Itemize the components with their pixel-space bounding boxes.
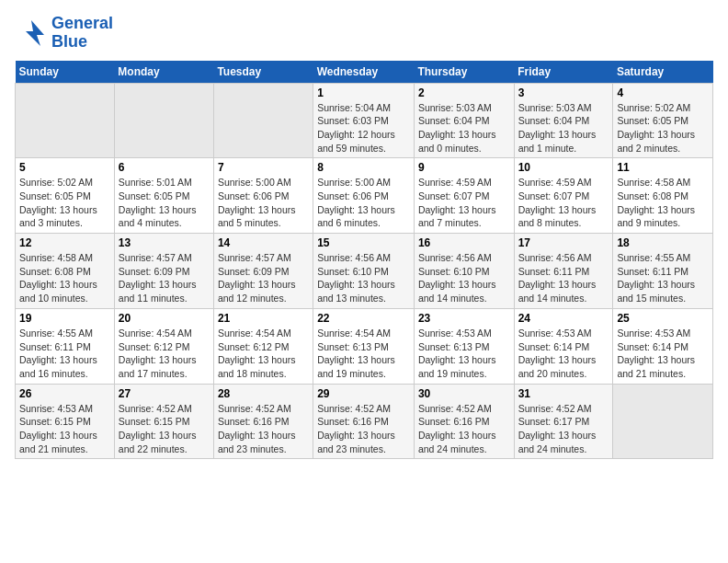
daylight-label: Daylight: 13 hours and 7 minutes. (418, 204, 496, 229)
sunset-label: Sunset: 6:16 PM (418, 416, 490, 427)
daylight-label: Daylight: 13 hours and 12 minutes. (218, 279, 296, 304)
week-row-2: 5 Sunrise: 5:02 AM Sunset: 6:05 PM Dayli… (16, 158, 713, 234)
calendar-cell: 16 Sunrise: 4:56 AM Sunset: 6:10 PM Dayl… (414, 234, 514, 309)
sunset-label: Sunset: 6:08 PM (19, 266, 91, 277)
weekday-header-thursday: Thursday (414, 61, 514, 84)
day-number: 5 (19, 161, 110, 174)
day-info: Sunrise: 4:56 AM Sunset: 6:11 PM Dayligh… (518, 251, 609, 305)
sunset-label: Sunset: 6:04 PM (518, 115, 590, 126)
sunrise-label: Sunrise: 4:52 AM (518, 403, 592, 414)
sunset-label: Sunset: 6:17 PM (518, 416, 590, 427)
day-number: 30 (418, 387, 510, 400)
daylight-label: Daylight: 13 hours and 4 minutes. (119, 204, 197, 229)
daylight-label: Daylight: 13 hours and 22 minutes. (119, 430, 197, 454)
sunset-label: Sunset: 6:10 PM (418, 266, 490, 277)
day-info: Sunrise: 4:57 AM Sunset: 6:09 PM Dayligh… (119, 251, 210, 305)
sunrise-label: Sunrise: 4:59 AM (518, 177, 592, 188)
sunset-label: Sunset: 6:13 PM (317, 341, 389, 352)
sunrise-label: Sunrise: 5:03 AM (518, 102, 592, 113)
sunrise-label: Sunrise: 4:57 AM (218, 252, 291, 263)
sunrise-label: Sunrise: 4:56 AM (518, 252, 592, 263)
day-number: 12 (19, 236, 110, 249)
sunrise-label: Sunrise: 4:52 AM (418, 403, 492, 414)
calendar-cell: 15 Sunrise: 4:56 AM Sunset: 6:10 PM Dayl… (313, 234, 415, 309)
sunrise-label: Sunrise: 4:58 AM (617, 177, 690, 188)
day-number: 4 (617, 86, 709, 99)
day-info: Sunrise: 4:54 AM Sunset: 6:12 PM Dayligh… (218, 327, 309, 381)
daylight-label: Daylight: 13 hours and 11 minutes. (119, 279, 197, 304)
day-info: Sunrise: 4:54 AM Sunset: 6:12 PM Dayligh… (119, 327, 210, 381)
calendar-cell (16, 83, 115, 158)
day-number: 21 (218, 312, 309, 325)
day-info: Sunrise: 4:53 AM Sunset: 6:14 PM Dayligh… (617, 327, 709, 381)
day-info: Sunrise: 4:52 AM Sunset: 6:17 PM Dayligh… (518, 402, 609, 456)
calendar-cell: 29 Sunrise: 4:52 AM Sunset: 6:16 PM Dayl… (313, 384, 415, 459)
sunrise-label: Sunrise: 4:53 AM (19, 403, 93, 414)
day-info: Sunrise: 4:52 AM Sunset: 6:16 PM Dayligh… (218, 402, 309, 456)
day-number: 26 (19, 387, 110, 400)
day-number: 29 (317, 387, 410, 400)
sunrise-label: Sunrise: 5:00 AM (218, 177, 291, 188)
daylight-label: Daylight: 13 hours and 10 minutes. (19, 279, 97, 304)
day-info: Sunrise: 4:55 AM Sunset: 6:11 PM Dayligh… (617, 251, 709, 305)
sunrise-label: Sunrise: 5:02 AM (617, 102, 690, 113)
calendar-cell: 31 Sunrise: 4:52 AM Sunset: 6:17 PM Dayl… (514, 384, 613, 459)
daylight-label: Daylight: 13 hours and 21 minutes. (19, 430, 97, 454)
sunset-label: Sunset: 6:14 PM (518, 341, 590, 352)
day-number: 8 (317, 161, 410, 174)
day-number: 25 (617, 312, 709, 325)
day-number: 23 (418, 312, 510, 325)
sunset-label: Sunset: 6:16 PM (317, 416, 389, 427)
sunset-label: Sunset: 6:16 PM (218, 416, 290, 427)
sunrise-label: Sunrise: 4:54 AM (218, 327, 291, 339)
calendar-cell: 21 Sunrise: 4:54 AM Sunset: 6:12 PM Dayl… (213, 308, 313, 384)
calendar-cell: 18 Sunrise: 4:55 AM Sunset: 6:11 PM Dayl… (613, 234, 713, 309)
calendar-cell: 22 Sunrise: 4:54 AM Sunset: 6:13 PM Dayl… (313, 308, 415, 384)
sunrise-label: Sunrise: 5:01 AM (119, 177, 192, 188)
weekday-header-monday: Monday (114, 61, 213, 84)
day-info: Sunrise: 4:54 AM Sunset: 6:13 PM Dayligh… (317, 327, 410, 381)
sunset-label: Sunset: 6:09 PM (119, 266, 190, 277)
sunrise-label: Sunrise: 4:55 AM (617, 252, 690, 263)
sunset-label: Sunset: 6:06 PM (218, 190, 290, 201)
daylight-label: Daylight: 13 hours and 24 minutes. (418, 430, 496, 454)
calendar-cell: 4 Sunrise: 5:02 AM Sunset: 6:05 PM Dayli… (613, 83, 713, 158)
daylight-label: Daylight: 13 hours and 1 minute. (518, 129, 597, 154)
day-info: Sunrise: 4:55 AM Sunset: 6:11 PM Dayligh… (19, 327, 110, 381)
day-number: 22 (317, 312, 410, 325)
calendar-cell: 27 Sunrise: 4:52 AM Sunset: 6:15 PM Dayl… (114, 384, 213, 459)
daylight-label: Daylight: 13 hours and 16 minutes. (19, 354, 97, 379)
sunset-label: Sunset: 6:08 PM (617, 190, 688, 201)
weekday-header-tuesday: Tuesday (213, 61, 313, 84)
day-info: Sunrise: 5:04 AM Sunset: 6:03 PM Dayligh… (317, 101, 410, 155)
day-number: 24 (518, 312, 609, 325)
calendar-cell: 1 Sunrise: 5:04 AM Sunset: 6:03 PM Dayli… (313, 83, 415, 158)
svg-marker-0 (26, 20, 44, 46)
sunset-label: Sunset: 6:04 PM (418, 115, 490, 126)
daylight-label: Daylight: 13 hours and 23 minutes. (317, 430, 395, 454)
day-number: 16 (418, 236, 510, 249)
daylight-label: Daylight: 13 hours and 17 minutes. (119, 354, 197, 379)
calendar-cell: 8 Sunrise: 5:00 AM Sunset: 6:06 PM Dayli… (313, 158, 415, 234)
day-info: Sunrise: 5:03 AM Sunset: 6:04 PM Dayligh… (518, 101, 609, 155)
daylight-label: Daylight: 13 hours and 9 minutes. (617, 204, 695, 229)
day-number: 6 (119, 161, 210, 174)
logo-icon (15, 17, 48, 50)
page-header: General Blue (15, 15, 713, 52)
sunset-label: Sunset: 6:11 PM (617, 266, 688, 277)
logo: General Blue (15, 15, 113, 52)
sunrise-label: Sunrise: 5:02 AM (19, 177, 93, 188)
calendar-cell: 5 Sunrise: 5:02 AM Sunset: 6:05 PM Dayli… (16, 158, 115, 234)
week-row-3: 12 Sunrise: 4:58 AM Sunset: 6:08 PM Dayl… (16, 234, 713, 309)
sunset-label: Sunset: 6:05 PM (19, 190, 91, 201)
daylight-label: Daylight: 13 hours and 0 minutes. (418, 129, 496, 154)
daylight-label: Daylight: 13 hours and 18 minutes. (218, 354, 296, 379)
calendar-cell: 23 Sunrise: 4:53 AM Sunset: 6:13 PM Dayl… (414, 308, 514, 384)
day-info: Sunrise: 4:52 AM Sunset: 6:16 PM Dayligh… (317, 402, 410, 456)
day-number: 10 (518, 161, 609, 174)
daylight-label: Daylight: 13 hours and 5 minutes. (218, 204, 296, 229)
calendar-cell: 2 Sunrise: 5:03 AM Sunset: 6:04 PM Dayli… (414, 83, 514, 158)
day-info: Sunrise: 5:02 AM Sunset: 6:05 PM Dayligh… (617, 101, 709, 155)
sunset-label: Sunset: 6:07 PM (418, 190, 490, 201)
sunrise-label: Sunrise: 4:56 AM (317, 252, 391, 263)
